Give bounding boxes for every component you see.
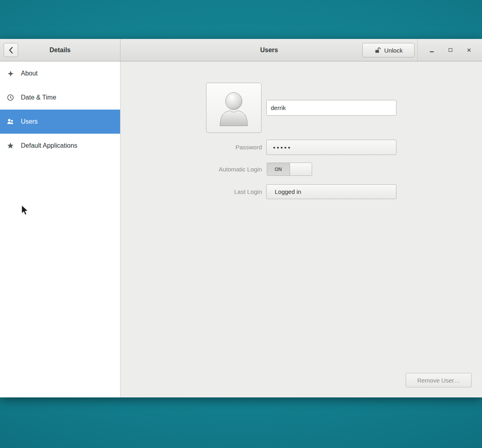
star-icon: [7, 142, 14, 149]
header-separator: [417, 39, 418, 61]
unlock-label: Unlock: [384, 47, 403, 54]
sidebar: About Date & Time: [0, 61, 120, 397]
last-login-label: Last Login: [178, 184, 262, 199]
switch-handle: [290, 163, 312, 175]
sidebar-item-default-applications[interactable]: Default Applications: [0, 134, 120, 158]
maximize-icon: [449, 48, 452, 52]
last-login-value: Logged in: [275, 188, 301, 195]
switch-on-label: ON: [267, 163, 290, 175]
sidebar-label-users: Users: [21, 118, 38, 125]
users-panel: Password ••••• Automatic Login ON Last L…: [120, 61, 482, 397]
remove-user-button[interactable]: Remove User…: [406, 373, 472, 387]
sidebar-item-about[interactable]: About: [0, 61, 120, 86]
desktop-background: Details Users Unlock: [0, 0, 482, 448]
password-label: Password: [178, 140, 262, 155]
clock-icon: [7, 94, 14, 101]
sidebar-label-about: About: [21, 70, 38, 77]
sidebar-label-default-applications: Default Applications: [21, 142, 78, 149]
sidebar-item-date-time[interactable]: Date & Time: [0, 86, 120, 110]
headerbar-right: Users Unlock: [120, 39, 482, 61]
unlock-button[interactable]: Unlock: [362, 43, 415, 57]
remove-user-label: Remove User…: [417, 377, 460, 384]
chevron-left-icon: [8, 47, 13, 54]
automatic-login-switch[interactable]: ON: [267, 163, 312, 176]
back-button[interactable]: [4, 43, 18, 57]
user-avatar-button[interactable]: [206, 83, 261, 133]
sidebar-item-users[interactable]: Users: [0, 110, 120, 134]
close-icon: ×: [467, 46, 471, 54]
password-button[interactable]: •••••: [266, 140, 396, 155]
headerbar: Details Users Unlock: [0, 39, 482, 61]
automatic-login-label: Automatic Login: [178, 163, 262, 176]
unlock-icon: [374, 47, 381, 53]
sidebar-label-date-time: Date & Time: [21, 94, 56, 101]
window-controls: ×: [419, 39, 482, 61]
minimize-icon: [430, 51, 434, 52]
password-dots: •••••: [273, 144, 292, 151]
maximize-button[interactable]: [445, 45, 456, 56]
username-input[interactable]: [266, 100, 396, 116]
minimize-button[interactable]: [426, 45, 437, 56]
headerbar-left: Details: [0, 39, 120, 61]
last-login-button[interactable]: Logged in: [266, 184, 396, 199]
users-icon: [7, 118, 14, 125]
sparkle-icon: [7, 70, 14, 77]
avatar-person-icon: [216, 89, 251, 127]
settings-window: Details Users Unlock: [0, 39, 482, 397]
close-button[interactable]: ×: [464, 45, 475, 56]
